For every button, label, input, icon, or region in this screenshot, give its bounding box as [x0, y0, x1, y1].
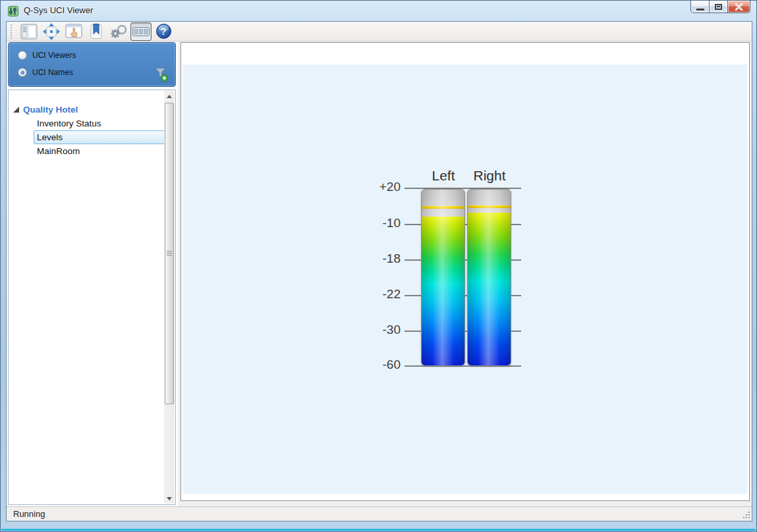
fit-to-window-button[interactable] — [41, 22, 62, 41]
tree-scrollbar[interactable] — [164, 91, 175, 504]
qsys-app-icon — [8, 6, 18, 16]
radio-uci-names[interactable]: UCI Names — [18, 68, 73, 77]
bookmark-button[interactable] — [86, 22, 107, 41]
window-controls — [690, 1, 750, 13]
restore-icon — [715, 4, 722, 10]
radio-icon — [18, 51, 27, 60]
minimize-icon — [696, 9, 704, 11]
tree-item-inventory-status[interactable]: Inventory Status — [34, 117, 165, 130]
toolbar-gripper[interactable] — [11, 24, 13, 39]
uci-list-toggle-button[interactable] — [18, 22, 40, 41]
scrollbar-thumb[interactable] — [165, 103, 174, 404]
title-bar[interactable]: Q-Sys UCI Viewer — [1, 1, 756, 21]
help-glyph: ? — [160, 26, 166, 37]
meter-channel-label-right: Right — [464, 168, 515, 184]
filter-add-icon[interactable] — [153, 66, 169, 82]
sidebar: UCI Viewers UCI Names Qual — [7, 42, 178, 506]
meter-fill — [468, 213, 511, 365]
main-toolbar: ? — [7, 22, 752, 41]
close-button[interactable] — [727, 1, 750, 13]
settings-button[interactable] — [108, 22, 129, 41]
interactive-mode-button[interactable] — [63, 22, 84, 41]
client-area: ? UCI Viewers UCI Names — [6, 21, 752, 521]
resize-grip[interactable] — [741, 510, 750, 519]
meter-peak-indicator — [422, 206, 464, 209]
minimize-button[interactable] — [690, 1, 710, 13]
content-region: UCI Viewers UCI Names Qual — [7, 41, 752, 506]
window-title: Q-Sys UCI Viewer — [24, 5, 93, 15]
radio-label: UCI Names — [32, 68, 73, 77]
uci-filter-box: UCI Viewers UCI Names — [8, 42, 176, 87]
scroll-down-icon[interactable] — [164, 493, 175, 504]
help-icon: ? — [156, 24, 171, 39]
meter-fill — [422, 217, 464, 365]
meter-peak-indicator — [468, 205, 511, 208]
sidebar-layout-icon — [20, 24, 38, 40]
scroll-up-icon[interactable] — [164, 91, 175, 101]
status-text: Running — [13, 509, 45, 519]
level-meter-left — [421, 189, 465, 366]
uci-viewport: Left Right +20 -10 -18 -22 -30 — [181, 42, 750, 501]
radio-icon — [18, 68, 27, 77]
panel-meter-icon — [132, 27, 150, 36]
tree-item-quality-hotel[interactable]: Quality Hotel — [13, 103, 78, 117]
uci-panel-view-button[interactable] — [130, 22, 152, 41]
restore-button[interactable] — [709, 1, 728, 13]
touch-window-icon — [65, 24, 82, 40]
close-icon — [735, 3, 743, 11]
gear-lasso-icon — [109, 24, 128, 40]
tree-item-mainroom[interactable]: MainRoom — [34, 144, 165, 158]
meter-channel-label-left: Left — [418, 168, 468, 184]
level-meter-right — [467, 189, 511, 366]
uci-page-levels: Left Right +20 -10 -18 -22 -30 — [183, 65, 747, 494]
radio-uci-viewers[interactable]: UCI Viewers — [18, 51, 76, 60]
help-button[interactable]: ? — [153, 22, 174, 41]
bookmark-icon — [90, 24, 103, 40]
uci-tree: Quality Hotel Inventory Status Levels Ma… — [8, 90, 176, 505]
status-bar: Running — [7, 506, 752, 521]
tree-root-label: Quality Hotel — [23, 105, 78, 115]
app-window: Q-Sys UCI Viewer — [0, 0, 757, 532]
collapse-expander-icon[interactable] — [13, 107, 19, 113]
radio-label: UCI Viewers — [32, 51, 76, 60]
move-arrows-icon — [43, 23, 60, 40]
thumb-grip-icon — [167, 251, 172, 256]
tree-item-levels[interactable]: Levels — [34, 130, 165, 144]
